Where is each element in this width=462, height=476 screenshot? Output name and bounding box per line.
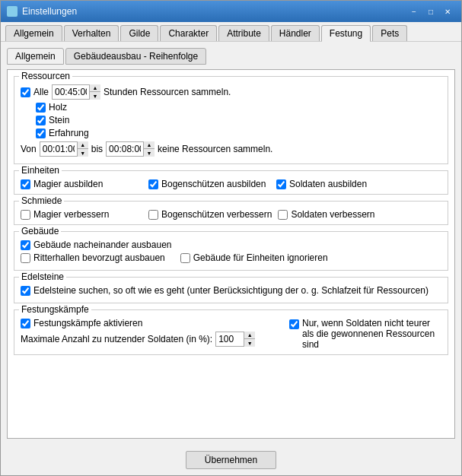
edelsteine-checkbox[interactable]: [21, 286, 30, 296]
maximale-field[interactable]: [216, 332, 244, 346]
magier-ausbilden-label: Magier ausbilden: [33, 179, 103, 189]
alle-time-spinner: ▲ ▼: [89, 84, 100, 100]
schmiede-title: Schmiede: [19, 195, 64, 206]
schlafzeit-row: Von ▲ ▼ bis ▲: [21, 141, 441, 157]
gebaeude-nacheinander-label: Gebäude nacheinander ausbauen: [33, 240, 172, 250]
main-panel: Ressourcen Alle ▲ ▼ Stunden Ressourcen s: [7, 69, 455, 439]
minimize-button[interactable]: −: [406, 5, 422, 17]
bottom-bar: Übernehmen: [1, 445, 461, 475]
alle-time-up[interactable]: ▲: [90, 84, 100, 92]
maximale-spinner: ▲ ▼: [244, 332, 254, 347]
von-time-up[interactable]: ▲: [78, 141, 88, 149]
stein-row: Stein: [21, 115, 441, 125]
nur-checkbox[interactable]: [289, 319, 299, 329]
soldaten-verbessern-item: Soldaten verbessern: [278, 209, 400, 220]
gebaeude-title: Gebäude: [19, 226, 61, 236]
festungskaempfe-content: Festungskämpfe aktivieren Maximale Anzah…: [21, 318, 441, 350]
festungskaempfe-left: Festungskämpfe aktivieren Maximale Anzah…: [21, 318, 283, 349]
content-area: Allgemein Gebäudeausbau - Reihenfolge Re…: [1, 42, 461, 445]
tab-verhalten[interactable]: Verhalten: [64, 25, 119, 41]
einheiten-title: Einheiten: [19, 165, 62, 176]
bogenschutzen-verbessern-item: Bogenschützen verbessern: [148, 209, 272, 220]
magier-ausbilden-checkbox[interactable]: [21, 179, 30, 189]
schmiede-row: Magier verbessern Bogenschützen verbesse…: [21, 209, 441, 220]
maximale-down[interactable]: ▼: [244, 339, 255, 347]
soldaten-ausbilden-item: Soldaten ausbilden: [276, 179, 398, 189]
soldaten-verbessern-label: Soldaten verbessern: [291, 209, 374, 220]
erfahrung-checkbox[interactable]: [36, 129, 46, 138]
einheiten-row: Magier ausbilden Bogenschützen ausbilden…: [21, 179, 441, 189]
ressourcen-alle-row: Alle ▲ ▼ Stunden Ressourcen sammeln.: [21, 84, 441, 100]
von-time-down[interactable]: ▼: [78, 149, 88, 157]
tab-charakter[interactable]: Charakter: [160, 25, 217, 41]
bogenschutzen-verbessern-label: Bogenschützen verbessern: [161, 209, 272, 220]
aktivieren-checkbox[interactable]: [21, 319, 30, 328]
title-bar-left: Einstellungen: [7, 6, 77, 17]
magier-ausbilden-item: Magier ausbilden: [21, 179, 142, 189]
nur-label: Nur, wenn Soldaten nicht teurer als die …: [302, 318, 441, 350]
magier-verbessern-label: Magier verbessern: [33, 209, 109, 220]
tab-haendler[interactable]: Händler: [271, 25, 320, 41]
von-time-field[interactable]: [40, 142, 77, 156]
magier-verbessern-checkbox[interactable]: [21, 210, 30, 220]
edelsteine-label: Edelsteine suchen, so oft wie es geht (u…: [33, 285, 429, 296]
stein-checkbox[interactable]: [36, 116, 46, 125]
maximale-up[interactable]: ▲: [244, 332, 255, 339]
gebaeude-nacheinander-checkbox[interactable]: [21, 240, 30, 250]
erfahrung-row: Erfahrung: [21, 128, 441, 138]
alle-time-field[interactable]: [53, 85, 89, 99]
magier-verbessern-item: Magier verbessern: [21, 209, 142, 220]
bogenschutzen-ausbilden-checkbox[interactable]: [148, 179, 158, 189]
window-title: Einstellungen: [22, 6, 77, 17]
maximale-input[interactable]: ▲ ▼: [215, 332, 253, 347]
sub-nav: Allgemein Gebäudeausbau - Reihenfolge: [7, 48, 455, 65]
maximize-button[interactable]: □: [423, 5, 438, 17]
alle-time-input[interactable]: ▲ ▼: [52, 84, 100, 100]
main-nav: Allgemein Verhalten Gilde Charakter Attr…: [1, 22, 461, 42]
ressourcen-title: Ressourcen: [19, 71, 72, 81]
title-bar: Einstellungen − □ ✕: [1, 1, 461, 22]
bis-time-input[interactable]: ▲ ▼: [106, 141, 155, 157]
window-icon: [7, 6, 18, 17]
bis-time-field[interactable]: [107, 142, 143, 156]
sub-tab-gebaudeausbau[interactable]: Gebäudeausbau - Reihenfolge: [65, 48, 206, 65]
apply-button[interactable]: Übernehmen: [186, 451, 276, 469]
tab-attribute[interactable]: Attribute: [218, 25, 269, 41]
maximale-label: Maximale Anzahl zu nutzender Soldaten (i…: [21, 334, 212, 344]
tab-festung[interactable]: Festung: [321, 25, 371, 42]
aktivieren-label: Festungskämpfe aktivieren: [33, 318, 142, 328]
bogenschutzen-verbessern-checkbox[interactable]: [148, 210, 158, 220]
edelsteine-row: Edelsteine suchen, so oft wie es geht (u…: [21, 285, 441, 296]
maximale-row: Maximale Anzahl zu nutzender Soldaten (i…: [21, 332, 283, 347]
gebaeude-section: Gebäude Gebäude nacheinander ausbauen Ri…: [14, 231, 448, 271]
alle-time-down[interactable]: ▼: [90, 92, 100, 100]
sub-tab-allgemein[interactable]: Allgemein: [7, 48, 64, 65]
tab-pets[interactable]: Pets: [372, 25, 407, 41]
von-time-input[interactable]: ▲ ▼: [40, 141, 88, 157]
holz-checkbox[interactable]: [36, 103, 46, 113]
edelsteine-title: Edelsteine: [19, 271, 66, 282]
erfahrung-label: Erfahrung: [49, 128, 89, 138]
tab-allgemein[interactable]: Allgemein: [5, 25, 62, 41]
festungskaempfe-title: Festungskämpfe: [19, 304, 91, 315]
ritterhallen-checkbox[interactable]: [21, 253, 30, 263]
gebaeude-einheiten-checkbox[interactable]: [180, 253, 190, 263]
soldaten-verbessern-checkbox[interactable]: [278, 210, 288, 220]
bis-time-down[interactable]: ▼: [144, 149, 155, 157]
soldaten-ausbilden-label: Soldaten ausbilden: [289, 179, 367, 189]
bis-time-up[interactable]: ▲: [144, 141, 155, 149]
gebaeude-einheiten-label: Gebäude für Einheiten ignorieren: [193, 252, 328, 263]
stein-label: Stein: [49, 115, 69, 125]
window: Einstellungen − □ ✕ Allgemein Verhalten …: [0, 0, 462, 476]
gebaeude-nacheinander-row: Gebäude nacheinander ausbauen: [21, 240, 441, 250]
alle-checkbox[interactable]: [21, 87, 30, 97]
tab-gilde[interactable]: Gilde: [120, 25, 158, 41]
soldaten-ausbilden-checkbox[interactable]: [276, 179, 286, 189]
ressourcen-section: Ressourcen Alle ▲ ▼ Stunden Ressourcen s: [14, 76, 448, 164]
title-bar-controls: − □ ✕: [406, 5, 455, 17]
bis-suffix: keine Ressourcen sammeln.: [158, 144, 272, 154]
close-button[interactable]: ✕: [440, 5, 455, 17]
alle-suffix: Stunden Ressourcen sammeln.: [104, 87, 231, 97]
festungskaempfe-section: Festungskämpfe Festungskämpfe aktivieren…: [14, 309, 448, 355]
holz-row: Holz: [21, 102, 441, 113]
